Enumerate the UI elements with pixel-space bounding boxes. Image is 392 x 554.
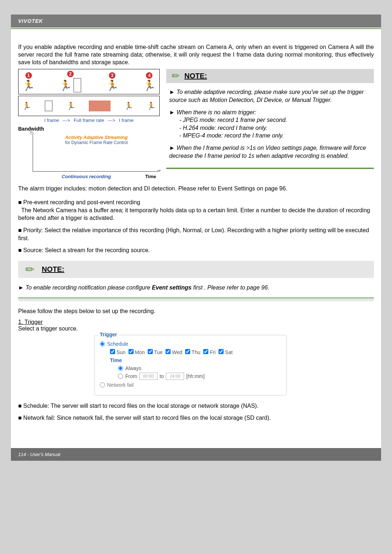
note2-bottom-bar	[18, 297, 374, 301]
day-sat-checkbox[interactable]	[219, 349, 224, 354]
two-column: 1 🏃 2 🏃 3 🏃	[18, 69, 374, 179]
header-bar: VIVOTEK	[11, 15, 381, 28]
day-thu-label: Thu	[192, 349, 200, 355]
from-to-row: From to [hh:mm]	[110, 373, 281, 380]
note-item-2: When there is no alarm trigger:	[176, 109, 256, 115]
day-fri-checkbox[interactable]	[203, 349, 208, 354]
arrow-label: --->	[63, 118, 70, 123]
runner-icon: 🏃	[22, 79, 35, 91]
source-text: Source: Select a stream for the recordin…	[23, 247, 150, 253]
note-column: ✎ NOTE: ► To enable adaptive recording, …	[166, 69, 374, 169]
note-sub-1: - JPEG mode: record 1 frame per second.	[169, 116, 367, 124]
runner-icon: 🏃	[106, 79, 119, 91]
always-radio-row: Always	[110, 365, 281, 371]
bandwidth-label: Bandwidth	[18, 126, 160, 132]
pencil-icon: ✎	[169, 69, 183, 83]
trigger-fieldset: Trigger Schedule Sun Mon Tue Wed Thu Fri…	[94, 335, 287, 395]
badge-2-icon: 2	[67, 71, 74, 77]
schedule-label: Schedule	[107, 341, 128, 347]
schedule-radio[interactable]	[100, 341, 105, 346]
page-footer: 114 - User's Manual	[11, 448, 381, 461]
pencil-icon: ✎	[22, 262, 37, 277]
to-time-input[interactable]	[166, 373, 184, 380]
pre-event-body: The Network Camera has a buffer area; it…	[18, 207, 370, 221]
network-fail-radio[interactable]	[100, 382, 105, 387]
tail-schedule: ■ Schedule: The server will start to rec…	[18, 402, 374, 410]
runner-icon: 🏃	[143, 79, 156, 91]
note2-title: NOTE:	[42, 265, 64, 274]
iframe-left-label: I frame	[44, 118, 59, 123]
days-row: Sun Mon Tue Wed Thu Fri Sat	[100, 349, 281, 355]
page: VIVOTEK If you enable adaptive recording…	[11, 15, 381, 461]
bullets-section: ■ Pre-event recording and post-event rec…	[18, 198, 374, 254]
note-title: NOTE:	[184, 72, 207, 80]
dfrc-label: for Dynamic Frame Rate Control	[33, 140, 160, 145]
trigger-legend: Trigger	[98, 332, 118, 337]
badge-1-icon: 1	[25, 72, 32, 79]
from-label: From	[125, 373, 137, 379]
step1-sub: Select a trigger source.	[18, 325, 374, 332]
day-thu-checkbox[interactable]	[185, 349, 190, 354]
frame-labels: I frame ---> Full frame rate ---> I fram…	[18, 118, 160, 123]
content: If you enable adaptive recording and ena…	[11, 29, 381, 434]
x-axis-arrow-icon: →	[156, 167, 162, 173]
steps-intro: Please follow the steps below to set up …	[18, 308, 374, 315]
from-radio[interactable]	[118, 374, 123, 379]
note2-body: ► To enable recording notification pleas…	[18, 284, 374, 291]
continuous-recording-label: Continuous recording	[62, 174, 111, 179]
footer-text: 114 - User's Manual	[18, 452, 60, 457]
bullet-source: ■ Source: Select a stream for the record…	[18, 246, 374, 254]
to-label: to	[160, 373, 164, 379]
hhmm-label: [hh:mm]	[186, 373, 205, 379]
time-label: Time	[110, 357, 281, 363]
diagram-top-box: 1 🏃 2 🏃 3 🏃	[18, 69, 160, 94]
day-mon-label: Mon	[135, 349, 145, 355]
door-icon	[73, 78, 81, 93]
runner-small-icon: 🏃	[124, 102, 133, 110]
schedule-radio-row: Schedule	[100, 341, 281, 347]
brand-label: VIVOTEK	[18, 18, 43, 24]
day-fri-label: Fri	[210, 349, 216, 355]
from-time-input[interactable]	[139, 373, 158, 380]
always-radio[interactable]	[118, 366, 123, 371]
network-fail-label: Network fail	[107, 382, 134, 388]
note2-bold: Event settings	[152, 284, 191, 291]
note-footer-bar	[166, 168, 374, 169]
fullframe-label: Full frame rate	[74, 118, 104, 123]
note-sub-3: - MPEG-4 mode: record the I frame only.	[169, 132, 367, 140]
tail-network: ■ Network fail: Since network fail, the …	[18, 414, 374, 422]
note-header: ✎ NOTE:	[166, 69, 374, 83]
diagram-column: 1 🏃 2 🏃 3 🏃	[18, 69, 160, 179]
intro-paragraph: If you enable adaptive recording and ena…	[18, 44, 374, 66]
note-body: ► To enable adaptive recording, please m…	[166, 83, 374, 168]
day-tue-checkbox[interactable]	[148, 349, 153, 354]
day-wed-label: Wed	[172, 349, 183, 355]
scene-row-bottom: 🏃 🏃 🏃 🏃	[20, 98, 158, 114]
day-sun-label: Sun	[117, 349, 126, 355]
pre-event-title: Pre-event recording and post-event recor…	[23, 199, 140, 205]
badge-3-icon: 3	[109, 72, 115, 79]
runner-small-icon: 🏃	[147, 102, 156, 110]
time-section: Time Always From to [hh:mm]	[100, 357, 281, 380]
note-box-2-header: ✎ NOTE:	[18, 261, 374, 278]
note2-post: first . Please refer to page 96.	[192, 284, 269, 291]
runner-icon: 🏃	[59, 79, 72, 91]
step1-heading: 1. Trigger	[18, 319, 374, 325]
note-item-3: When the I frame period is >1s on Video …	[169, 145, 366, 159]
day-sun-checkbox[interactable]	[110, 349, 115, 354]
network-fail-radio-row: Network fail	[100, 382, 281, 388]
time-axis-label: Time	[145, 174, 156, 179]
badge-4-icon: 4	[146, 72, 152, 79]
day-mon-checkbox[interactable]	[128, 349, 134, 354]
day-wed-checkbox[interactable]	[166, 349, 171, 354]
diagram-bottom-box: 🏃 🏃 🏃 🏃	[18, 96, 160, 116]
aas-label: Activity Adaptive Streaming	[33, 132, 160, 140]
y-axis-arrow-icon: ↑	[29, 130, 32, 136]
tail-schedule-text: Schedule: The server will start to recor…	[23, 403, 258, 409]
always-label: Always	[125, 365, 141, 371]
graph-box: ↑ → Activity Adaptive Streaming for Dyna…	[33, 132, 160, 172]
note2-pre: To enable recording notification please …	[25, 284, 152, 291]
note-sub-2: - H.264 mode: record I frame only.	[169, 124, 367, 132]
continuous-recording-row: Continuous recording Time	[18, 174, 160, 179]
runner-small-icon: 🏃	[66, 102, 75, 110]
